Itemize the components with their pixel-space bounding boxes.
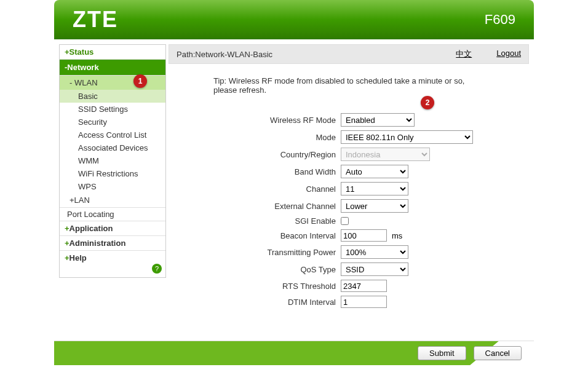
- cancel-button[interactable]: Cancel: [474, 346, 522, 360]
- rts-label: RTS Threshold: [187, 282, 341, 291]
- help-icon[interactable]: ?: [152, 264, 162, 274]
- sidebar-item-application[interactable]: Application: [60, 221, 165, 236]
- bandwidth-label: Band Width: [187, 167, 341, 176]
- sidebar-item-wlan[interactable]: WLAN 1: [60, 76, 165, 90]
- qos-select[interactable]: SSID: [341, 262, 408, 276]
- submit-button[interactable]: Submit: [418, 346, 466, 360]
- model-number: F609: [485, 12, 515, 28]
- mode-select[interactable]: IEEE 802.11n Only: [341, 130, 473, 144]
- help-label: Help: [70, 253, 87, 262]
- tx-power-select[interactable]: 100%: [341, 245, 408, 259]
- country-select: Indonesia: [341, 148, 430, 161]
- lan-label: LAN: [74, 195, 90, 205]
- logo: ZTE: [73, 7, 118, 33]
- ext-channel-label: External Channel: [187, 202, 341, 211]
- sidebar-item-help[interactable]: Help: [60, 251, 165, 265]
- beacon-label: Beacon Interval: [187, 231, 341, 240]
- sidebar-item-wps[interactable]: WPS: [60, 180, 165, 193]
- dtim-input[interactable]: [341, 296, 387, 308]
- wlan-label: WLAN: [74, 78, 98, 87]
- footer-bar: Submit Cancel: [54, 341, 534, 365]
- header-bar: ZTE F609: [54, 0, 534, 39]
- sidebar-item-port-locating[interactable]: Port Locating: [60, 207, 165, 221]
- sidebar: Status Network WLAN 1 Basic SSID Setting…: [54, 39, 166, 341]
- rts-input[interactable]: [341, 280, 387, 292]
- sidebar-item-associated-devices[interactable]: Associated Devices: [60, 141, 165, 154]
- ext-channel-select[interactable]: Lower: [341, 199, 408, 213]
- wireless-rf-mode-select[interactable]: Enabled: [341, 113, 415, 127]
- sidebar-item-wmm[interactable]: WMM: [60, 154, 165, 167]
- sidebar-item-basic[interactable]: Basic: [60, 90, 165, 103]
- sidebar-item-status[interactable]: Status: [60, 45, 165, 60]
- channel-select[interactable]: 11: [341, 182, 408, 195]
- status-label: Status: [70, 47, 94, 57]
- country-label: Country/Region: [187, 150, 341, 159]
- path-label: Path:: [177, 50, 195, 59]
- sgi-checkbox[interactable]: [341, 217, 349, 225]
- annotation-1: 1: [133, 74, 147, 88]
- wireless-rf-mode-label: Wireless RF Mode: [187, 116, 341, 125]
- path-value: Network-WLAN-Basic: [195, 50, 272, 59]
- sidebar-item-ssid-settings[interactable]: SSID Settings: [60, 103, 165, 116]
- sidebar-item-acl[interactable]: Access Control List: [60, 128, 165, 141]
- annotation-2: 2: [421, 96, 434, 109]
- sidebar-item-security[interactable]: Security: [60, 116, 165, 128]
- tx-power-label: Transmitting Power: [187, 248, 341, 257]
- sidebar-item-administration[interactable]: Administration: [60, 236, 165, 251]
- beacon-unit: ms: [392, 231, 402, 240]
- tip-text: Tip: Wireless RF mode from disabled to s…: [213, 76, 484, 95]
- language-link[interactable]: 中文: [456, 49, 472, 60]
- beacon-input[interactable]: [341, 229, 387, 242]
- administration-label: Administration: [70, 239, 126, 248]
- bandwidth-select[interactable]: Auto: [341, 165, 408, 178]
- application-label: Application: [70, 224, 113, 233]
- qos-label: QoS Type: [187, 265, 341, 274]
- breadcrumb: Path:Network-WLAN-Basic: [177, 50, 272, 59]
- channel-label: Channel: [187, 184, 341, 194]
- sidebar-item-wifi-restrictions[interactable]: WiFi Restrictions: [60, 167, 165, 180]
- sgi-label: SGI Enable: [187, 216, 341, 226]
- logout-link[interactable]: Logout: [496, 49, 521, 60]
- mode-label: Mode: [187, 133, 341, 142]
- dtim-label: DTIM Interval: [187, 298, 341, 307]
- breadcrumb-bar: Path:Network-WLAN-Basic 中文 Logout: [169, 44, 529, 64]
- main-panel: Path:Network-WLAN-Basic 中文 Logout Tip: W…: [166, 39, 534, 341]
- network-label: Network: [67, 63, 98, 72]
- sidebar-item-lan[interactable]: LAN: [60, 193, 165, 207]
- sidebar-item-network[interactable]: Network: [60, 60, 165, 76]
